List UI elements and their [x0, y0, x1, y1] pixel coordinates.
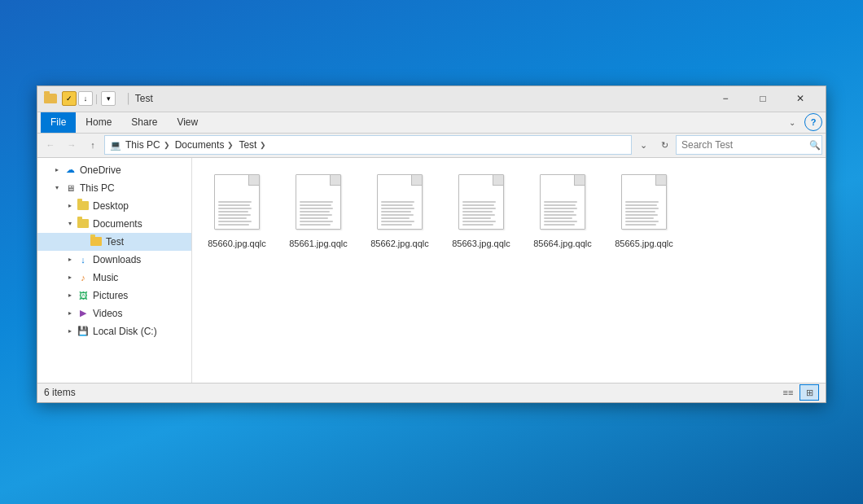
up-button[interactable]: ↑ — [83, 135, 103, 155]
sidebar-item-onedrive[interactable]: ▸ ☁ OneDrive — [37, 161, 191, 179]
expand-onedrive[interactable]: ▸ — [50, 161, 64, 179]
videos-icon: ▶ — [77, 307, 90, 320]
ribbon-expand-area: ⌄ ? — [783, 113, 822, 131]
doc-line — [218, 208, 252, 209]
path-documents: Documents ❯ — [175, 139, 234, 151]
file-icon-container — [208, 169, 265, 234]
file-name: 85661.jpg.qqlc — [289, 238, 348, 249]
doc-line — [462, 224, 493, 226]
address-dropdown-button[interactable]: ⌄ — [633, 135, 653, 155]
doc-line — [381, 224, 412, 226]
document-icon — [458, 174, 504, 230]
doc-line — [462, 217, 491, 219]
tab-view[interactable]: View — [167, 112, 208, 133]
tab-share[interactable]: Share — [121, 112, 167, 133]
this-pc-icon: 🖥 — [64, 182, 77, 195]
sidebar-label-local-disk: Local Disk (C:) — [93, 326, 157, 337]
doc-line — [462, 201, 496, 203]
help-button[interactable]: ? — [804, 113, 822, 131]
doc-line — [218, 201, 252, 203]
file-name: 85662.jpg.qqlc — [370, 238, 429, 249]
doc-line — [218, 221, 252, 222]
expand-music[interactable]: ▸ — [64, 269, 77, 287]
sidebar-item-music[interactable]: ▸ ♪ Music — [37, 269, 191, 287]
refresh-button[interactable]: ↻ — [655, 135, 674, 155]
doc-line — [381, 201, 414, 203]
document-icon — [621, 174, 667, 230]
doc-line — [381, 208, 414, 209]
file-item[interactable]: 85665.jpg.qqlc — [607, 166, 681, 252]
doc-lines — [462, 201, 500, 226]
file-item[interactable]: 85660.jpg.qqlc — [200, 166, 274, 252]
doc-line — [381, 211, 411, 213]
file-name: 85665.jpg.qqlc — [615, 238, 673, 249]
doc-line — [544, 204, 576, 206]
quick-access-btn-1[interactable]: ✓ — [62, 91, 77, 106]
doc-line — [218, 214, 251, 216]
expand-this-pc[interactable]: ▾ — [50, 179, 64, 197]
expand-desktop[interactable]: ▸ — [64, 197, 77, 215]
sidebar-label-pictures: Pictures — [93, 290, 128, 301]
file-item[interactable]: 85664.jpg.qqlc — [526, 166, 599, 252]
doc-line — [625, 204, 657, 206]
path-chevron-2[interactable]: ❯ — [227, 141, 234, 149]
document-icon — [377, 174, 423, 230]
doc-line — [544, 211, 574, 213]
sidebar-item-this-pc[interactable]: ▾ 🖥 This PC — [37, 179, 191, 197]
minimize-button[interactable]: − — [707, 85, 744, 112]
expand-documents[interactable]: ▾ — [64, 215, 77, 233]
search-box: 🔍 — [676, 135, 822, 155]
maximize-button[interactable]: □ — [744, 85, 782, 112]
search-input[interactable] — [677, 139, 808, 151]
address-bar: ← → ↑ 💻 This PC ❯ Documents ❯ Test ❯ ⌄ ↻… — [37, 134, 826, 158]
sidebar-label-music: Music — [93, 272, 118, 283]
search-button[interactable]: 🔍 — [808, 136, 821, 154]
doc-line — [544, 221, 577, 222]
file-explorer-window: ✓ ↓ │ ▾ │ Test − □ ✕ File Home Share Vie… — [37, 85, 826, 403]
file-item[interactable]: 85662.jpg.qqlc — [363, 166, 436, 252]
doc-line — [625, 221, 659, 222]
status-bar: 6 items ≡≡ ⊞ — [37, 383, 826, 402]
sidebar-label-downloads: Downloads — [93, 254, 141, 265]
sidebar-item-desktop[interactable]: ▸ Desktop — [37, 197, 191, 215]
sidebar-label-this-pc: This PC — [80, 182, 115, 194]
view-icon-button[interactable]: ⊞ — [799, 384, 819, 401]
doc-lines — [625, 201, 663, 226]
path-chevron-1[interactable]: ❯ — [164, 141, 170, 149]
doc-line — [544, 224, 575, 226]
address-path[interactable]: 💻 This PC ❯ Documents ❯ Test ❯ — [104, 135, 632, 155]
expand-videos[interactable]: ▸ — [64, 305, 77, 322]
path-chevron-3[interactable]: ❯ — [260, 141, 266, 149]
file-name: 85663.jpg.qqlc — [452, 238, 510, 249]
tab-file[interactable]: File — [41, 112, 76, 133]
doc-line — [218, 211, 248, 213]
file-item[interactable]: 85661.jpg.qqlc — [282, 166, 355, 252]
doc-line — [381, 204, 413, 206]
pictures-icon: 🖼 — [77, 289, 90, 302]
back-button[interactable]: ← — [41, 135, 60, 155]
quick-access-btn-2[interactable]: ↓ — [78, 91, 93, 106]
close-button[interactable]: ✕ — [782, 85, 819, 112]
doc-line — [625, 224, 656, 226]
expand-pictures[interactable]: ▸ — [64, 287, 77, 305]
doc-line — [462, 211, 493, 213]
sidebar-item-documents[interactable]: ▾ Documents — [37, 215, 191, 233]
ribbon-expand-button[interactable]: ⌄ — [783, 113, 801, 131]
sidebar-item-downloads[interactable]: ▸ ↓ Downloads — [37, 251, 191, 269]
expand-local-disk[interactable]: ▸ — [64, 322, 77, 340]
doc-line — [462, 221, 496, 222]
sidebar-item-local-disk[interactable]: ▸ 💾 Local Disk (C:) — [37, 322, 191, 340]
sidebar: ▸ ☁ OneDrive ▾ 🖥 This PC ▸ Desktop ▾ — [37, 158, 192, 383]
quick-access-dropdown[interactable]: ▾ — [101, 91, 116, 106]
sidebar-item-pictures[interactable]: ▸ 🖼 Pictures — [37, 287, 191, 305]
forward-button[interactable]: → — [62, 135, 81, 155]
tab-home[interactable]: Home — [76, 112, 121, 133]
sidebar-item-videos[interactable]: ▸ ▶ Videos — [37, 305, 191, 322]
view-list-button[interactable]: ≡≡ — [778, 384, 798, 401]
expand-downloads[interactable]: ▸ — [64, 251, 77, 269]
file-icon-container — [371, 169, 428, 234]
sidebar-item-test[interactable]: ▸ Test — [37, 233, 191, 251]
file-item[interactable]: 85663.jpg.qqlc — [445, 166, 518, 252]
sidebar-label-test: Test — [106, 236, 124, 248]
doc-line — [462, 204, 494, 206]
